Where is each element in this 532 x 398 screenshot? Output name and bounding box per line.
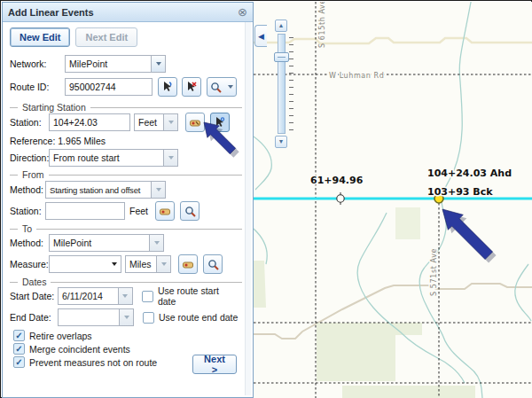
start-date-row: Start Date: 6/11/2014 Use route start da… bbox=[10, 286, 239, 306]
station-field[interactable] bbox=[49, 113, 130, 131]
to-measure-row: Measure: Miles bbox=[10, 254, 239, 274]
app-window: Add Linear Events ⊗ New Edit Next Edit N… bbox=[0, 0, 532, 398]
chevron-down-icon[interactable] bbox=[163, 150, 177, 166]
map-vegetation-area bbox=[317, 323, 422, 381]
pick-station-on-map-button[interactable] bbox=[210, 113, 230, 132]
next-button[interactable]: Next > bbox=[192, 355, 237, 374]
search-icon bbox=[184, 206, 196, 217]
start-date-combo[interactable]: 6/11/2014 bbox=[58, 287, 133, 305]
chevron-down-icon[interactable] bbox=[156, 256, 170, 272]
to-units-combo[interactable]: Miles bbox=[125, 255, 171, 273]
cursor-select-icon bbox=[161, 81, 174, 93]
retire-overlaps-label: Retire overlaps bbox=[29, 331, 92, 341]
panel-header[interactable]: Add Linear Events ⊗ bbox=[3, 3, 253, 22]
route-id-label: Route ID: bbox=[10, 82, 65, 92]
prevent-measures-checkbox[interactable]: ✓ bbox=[13, 356, 25, 368]
from-station-input[interactable] bbox=[46, 203, 124, 219]
to-method-row: Method: MilePoint bbox=[10, 233, 239, 253]
from-station-row: Station: Feet bbox=[10, 201, 239, 221]
end-date-label: End Date: bbox=[10, 312, 58, 323]
chevron-down-icon[interactable] bbox=[151, 56, 165, 72]
route-id-field[interactable] bbox=[65, 78, 153, 96]
chevron-down-icon[interactable] bbox=[151, 182, 165, 198]
direction-label: Direction: bbox=[10, 152, 49, 163]
option-row: ✓ Retire overlaps bbox=[13, 329, 239, 342]
chevron-down-icon[interactable] bbox=[149, 235, 163, 251]
route-id-row: Route ID: bbox=[10, 77, 239, 97]
from-identify-button[interactable] bbox=[155, 201, 175, 221]
end-date-row: End Date: Use route end date bbox=[10, 308, 239, 327]
from-legend: From bbox=[22, 169, 44, 180]
from-method-row: Method: Starting station and offset bbox=[10, 180, 239, 199]
network-combo[interactable]: MilePoint bbox=[65, 55, 166, 73]
clear-route-selection-button[interactable] bbox=[182, 77, 201, 97]
starting-station-row: Station: Feet bbox=[10, 113, 239, 132]
station-label: Station: bbox=[10, 117, 49, 128]
station-units-combo[interactable]: Feet bbox=[134, 113, 178, 131]
chevron-down-icon[interactable] bbox=[112, 256, 121, 272]
next-row: Next > bbox=[192, 355, 239, 374]
cursor-clear-icon bbox=[185, 81, 198, 93]
zoom-in-button[interactable]: ▲ bbox=[275, 20, 287, 32]
merge-coincident-events-checkbox[interactable]: ✓ bbox=[13, 343, 25, 355]
panel-title: Add Linear Events bbox=[8, 7, 94, 18]
from-section: From bbox=[10, 168, 242, 181]
network-row: Network: MilePoint bbox=[10, 54, 239, 74]
to-method-combo[interactable]: MilePoint bbox=[49, 234, 164, 252]
route-id-input[interactable] bbox=[66, 79, 152, 95]
from-units-label: Feet bbox=[129, 206, 148, 216]
direction-row: Direction: From route start bbox=[10, 148, 239, 168]
end-date-combo[interactable] bbox=[58, 308, 134, 326]
use-route-start-date-checkbox[interactable] bbox=[142, 291, 153, 302]
use-route-end-date-label: Use route end date bbox=[159, 312, 238, 323]
network-label: Network: bbox=[10, 59, 65, 69]
panel-collapse-button[interactable]: ◀ bbox=[254, 25, 267, 47]
identify-station-button[interactable] bbox=[185, 113, 205, 132]
measure-tool-icon bbox=[189, 116, 201, 129]
route-search-menu-button[interactable] bbox=[207, 77, 237, 97]
road-label-vertical-left: S 615th Ave bbox=[318, 2, 326, 48]
next-edit-button[interactable]: Next Edit bbox=[75, 27, 137, 47]
road-label-vertical-right: S 571st Ave bbox=[430, 248, 438, 296]
reference-row: Reference: 1.965 Miles bbox=[10, 134, 239, 148]
select-route-on-map-button[interactable] bbox=[158, 77, 177, 97]
to-measure-combo[interactable] bbox=[49, 255, 121, 273]
road-label-horizontal: W Luhman Rd bbox=[329, 72, 384, 80]
map-vegetation-area bbox=[342, 386, 475, 398]
direction-combo[interactable]: From route start bbox=[49, 149, 178, 167]
map-road-cream bbox=[254, 38, 532, 43]
zoom-slider-thumb[interactable] bbox=[274, 52, 289, 62]
cursor-pick-icon bbox=[214, 116, 226, 129]
chevron-down-icon[interactable] bbox=[119, 309, 133, 325]
start-date-label: Start Date: bbox=[10, 291, 58, 301]
chevron-down-icon bbox=[228, 85, 233, 89]
map-canvas[interactable]: W Luhman Rd S 615th Ave S 571st Ave 61+9… bbox=[254, 2, 532, 398]
zoom-slider-track[interactable] bbox=[278, 34, 286, 134]
use-route-end-date-checkbox[interactable] bbox=[143, 312, 154, 324]
picked-station-back-label: 103+93 Bck bbox=[427, 186, 493, 198]
reference-station-marker[interactable] bbox=[337, 192, 344, 205]
from-station-field[interactable] bbox=[45, 202, 125, 220]
starting-station-section: Starting Station bbox=[10, 101, 242, 113]
new-edit-button[interactable]: New Edit bbox=[10, 27, 70, 47]
direction-value: From route start bbox=[50, 150, 163, 166]
to-method-label: Method: bbox=[10, 238, 49, 248]
retire-overlaps-checkbox[interactable]: ✓ bbox=[13, 330, 25, 341]
to-measure-label: Measure: bbox=[10, 259, 49, 269]
add-linear-events-panel: Add Linear Events ⊗ New Edit Next Edit N… bbox=[2, 2, 254, 398]
to-units-value: Miles bbox=[126, 256, 156, 272]
from-method-combo[interactable]: Starting station and offset bbox=[45, 181, 166, 199]
station-input[interactable] bbox=[50, 114, 129, 130]
map-vegetation-area bbox=[395, 207, 420, 239]
to-measure-value bbox=[50, 256, 112, 272]
to-identify-button[interactable] bbox=[178, 254, 198, 274]
to-method-value: MilePoint bbox=[50, 235, 149, 251]
to-search-button[interactable] bbox=[203, 254, 223, 274]
close-icon[interactable]: ⊗ bbox=[238, 6, 247, 18]
panel-scroll-gutter[interactable] bbox=[245, 22, 251, 395]
chevron-down-icon[interactable] bbox=[163, 114, 177, 130]
edit-buttons-row: New Edit Next Edit bbox=[10, 27, 239, 47]
chevron-down-icon[interactable] bbox=[118, 288, 132, 304]
from-search-button[interactable] bbox=[180, 201, 200, 221]
zoom-out-button[interactable]: ▼ bbox=[275, 136, 287, 148]
